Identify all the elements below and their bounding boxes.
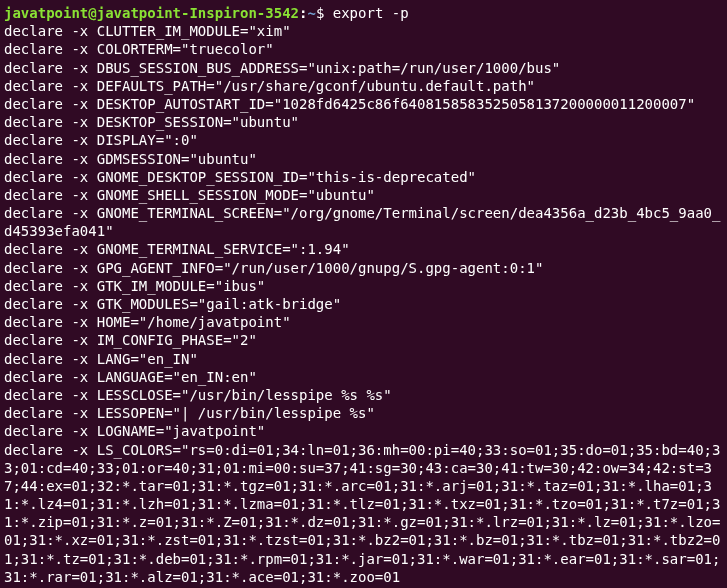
output-line: declare -x LESSCLOSE="/usr/bin/lesspipe … <box>4 386 723 404</box>
prompt-user-host: javatpoint@javatpoint-Inspiron-3542 <box>4 5 299 21</box>
prompt-path: ~ <box>307 5 315 21</box>
output-line: declare -x LOGNAME="javatpoint" <box>4 422 723 440</box>
output-line: declare -x DISPLAY=":0" <box>4 131 723 149</box>
output-line: declare -x DESKTOP_SESSION="ubuntu" <box>4 113 723 131</box>
prompt-line: javatpoint@javatpoint-Inspiron-3542:~$ e… <box>4 4 723 22</box>
command-text: export -p <box>333 5 409 21</box>
output-line: declare -x LANG="en_IN" <box>4 350 723 368</box>
output-line: declare -x COLORTERM="truecolor" <box>4 40 723 58</box>
output-line: declare -x LANGUAGE="en_IN:en" <box>4 368 723 386</box>
output-line: declare -x IM_CONFIG_PHASE="2" <box>4 331 723 349</box>
prompt-dollar: $ <box>316 5 324 21</box>
terminal[interactable]: javatpoint@javatpoint-Inspiron-3542:~$ e… <box>4 4 723 586</box>
output-line: declare -x GNOME_DESKTOP_SESSION_ID="thi… <box>4 168 723 186</box>
output-line: declare -x CLUTTER_IM_MODULE="xim" <box>4 22 723 40</box>
output-line: declare -x DBUS_SESSION_BUS_ADDRESS="uni… <box>4 59 723 77</box>
output-line: declare -x GDMSESSION="ubuntu" <box>4 150 723 168</box>
output-line: declare -x GNOME_SHELL_SESSION_MODE="ubu… <box>4 186 723 204</box>
output-line: declare -x LESSOPEN="| /usr/bin/lesspipe… <box>4 404 723 422</box>
output-line: declare -x DESKTOP_AUTOSTART_ID="1028fd6… <box>4 95 723 113</box>
output-line: declare -x GTK_MODULES="gail:atk-bridge" <box>4 295 723 313</box>
output-line: declare -x HOME="/home/javatpoint" <box>4 313 723 331</box>
output-line: declare -x DEFAULTS_PATH="/usr/share/gco… <box>4 77 723 95</box>
output-line: declare -x GPG_AGENT_INFO="/run/user/100… <box>4 259 723 277</box>
output-line: declare -x GNOME_TERMINAL_SCREEN="/org/g… <box>4 204 723 240</box>
output-line: declare -x LS_COLORS="rs=0:di=01;34:ln=0… <box>4 441 723 587</box>
output-line: declare -x GTK_IM_MODULE="ibus" <box>4 277 723 295</box>
output-line: declare -x GNOME_TERMINAL_SERVICE=":1.94… <box>4 240 723 258</box>
